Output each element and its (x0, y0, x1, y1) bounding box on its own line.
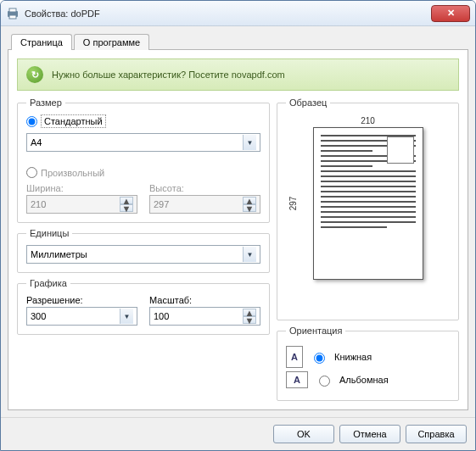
content-area: Страница О программе ↻ Нужно больше хара… (1, 26, 475, 417)
width-value: 210 (31, 199, 46, 209)
height-label: Высота: (149, 183, 260, 193)
printer-icon (6, 7, 20, 20)
height-value: 297 (154, 199, 169, 209)
close-button[interactable]: ✕ (431, 5, 470, 22)
preview-width-dim: 210 (361, 116, 375, 125)
radio-landscape-label: Альбомная (339, 375, 389, 385)
portrait-icon: A (286, 346, 303, 368)
size-group: Размер Стандартный A4 ▼ Произвольный (17, 97, 270, 223)
preview-height-dim: 297 (288, 197, 298, 211)
graphics-group: Графика Разрешение: 300 ▼ Масштаб: (17, 278, 270, 335)
banner-text: Нужно больше характеристик? Посетите nov… (52, 70, 285, 80)
spinner-buttons: ▲▼ (243, 197, 256, 212)
window-title: Свойства: doPDF (25, 8, 431, 19)
svg-rect-1 (9, 8, 16, 12)
properties-dialog: Свойства: doPDF ✕ Страница О программе ↻… (0, 0, 476, 451)
tabstrip: Страница О программе (8, 33, 468, 50)
radio-portrait-label: Книжная (334, 352, 372, 362)
height-input: 297 ▲▼ (149, 195, 260, 214)
spinner-buttons: ▲▼ (120, 197, 133, 212)
tab-about[interactable]: О программе (74, 34, 149, 50)
radio-standard[interactable] (26, 116, 37, 127)
promo-banner[interactable]: ↻ Нужно больше характеристик? Посетите n… (17, 58, 459, 91)
radio-landscape[interactable] (319, 376, 330, 387)
chevron-down-icon: ▼ (120, 309, 133, 324)
close-icon: ✕ (447, 8, 455, 19)
paper-size-select[interactable]: A4 ▼ (26, 133, 260, 152)
scale-label: Масштаб: (149, 295, 260, 305)
width-label: Ширина: (26, 183, 137, 193)
tab-content: ↻ Нужно больше характеристик? Посетите n… (8, 50, 468, 410)
paper-size-value: A4 (31, 137, 42, 148)
resolution-label: Разрешение: (26, 295, 137, 305)
units-legend: Единицы (26, 228, 72, 238)
units-select[interactable]: Миллиметры ▼ (26, 245, 260, 264)
units-value: Миллиметры (31, 249, 87, 259)
preview-group: Образец 210 297 (277, 97, 459, 320)
orientation-legend: Ориентация (286, 326, 345, 336)
thumbnail-image-box (387, 136, 414, 164)
chevron-down-icon: ▼ (243, 247, 256, 262)
radio-portrait[interactable] (314, 353, 325, 364)
resolution-select[interactable]: 300 ▼ (26, 307, 137, 326)
size-legend: Размер (26, 97, 65, 108)
svg-rect-2 (9, 15, 16, 19)
radio-custom[interactable] (26, 167, 37, 178)
chevron-down-icon: ▼ (243, 135, 256, 150)
graphics-legend: Графика (26, 278, 70, 288)
radio-standard-label: Стандартный (41, 114, 106, 128)
arrow-circle-icon: ↻ (26, 66, 43, 83)
preview-stage: 210 297 (286, 114, 450, 292)
ok-button[interactable]: OK (273, 425, 334, 443)
orientation-group: Ориентация A Книжная A Альбомная (277, 326, 459, 401)
scale-input[interactable]: 100 ▲▼ (149, 307, 260, 326)
width-input: 210 ▲▼ (26, 195, 137, 214)
scale-value: 100 (154, 311, 169, 321)
dialog-footer: OK Отмена Справка (1, 417, 475, 450)
cancel-button[interactable]: Отмена (339, 425, 400, 443)
page-thumbnail (313, 127, 423, 280)
preview-legend: Образец (286, 97, 330, 108)
titlebar[interactable]: Свойства: doPDF ✕ (1, 1, 475, 26)
units-group: Единицы Миллиметры ▼ (17, 228, 270, 273)
landscape-icon: A (286, 371, 308, 388)
resolution-value: 300 (31, 311, 46, 321)
spinner-buttons[interactable]: ▲▼ (243, 309, 256, 324)
help-button[interactable]: Справка (406, 425, 467, 443)
tab-page[interactable]: Страница (11, 34, 72, 50)
radio-custom-label: Произвольный (41, 168, 104, 178)
